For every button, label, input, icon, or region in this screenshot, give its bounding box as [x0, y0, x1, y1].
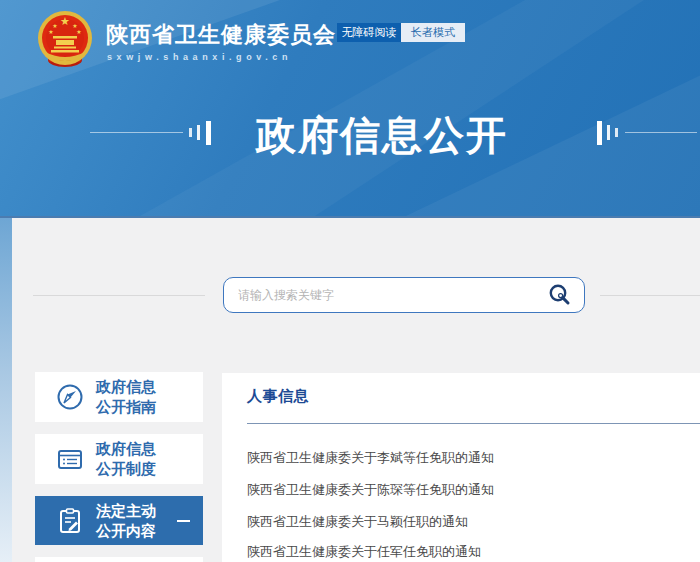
compass-icon — [55, 382, 85, 412]
book-icon — [55, 444, 85, 474]
search-input[interactable] — [238, 288, 548, 302]
collapse-dash-icon[interactable] — [177, 520, 190, 522]
sidebar-item-gov-info-system[interactable]: 政府信息 公开制度 — [35, 434, 203, 484]
page-title: 政府信息公开 — [256, 108, 508, 163]
sidebar-item-label: 政府信息 公开制度 — [96, 439, 156, 479]
site-domain: sxwjw.shaanxi.gov.cn — [107, 52, 292, 62]
accessibility-reading-button[interactable]: 无障碍阅读 — [337, 23, 401, 42]
content-card: 人事信息 陕西省卫生健康委关于李斌等任免职的通知 2 陕西省卫生健康委关于陈琛等… — [222, 373, 700, 562]
site-title: 陕西省卫生健康委员会 — [106, 20, 336, 50]
national-emblem-logo[interactable]: ★ ★ ★ ★ ★ — [33, 8, 97, 72]
article-list-item[interactable]: 陕西省卫生健康委关于任军任免职的通知 2 — [247, 542, 700, 562]
banner-deco-bars-left — [189, 128, 192, 137]
banner-deco-bars-right — [597, 121, 602, 145]
search-box — [223, 277, 585, 313]
section-title: 人事信息 — [247, 387, 309, 406]
elder-mode-button[interactable]: 长者模式 — [401, 23, 465, 42]
search-icon[interactable] — [548, 283, 572, 307]
article-list-item[interactable]: 陕西省卫生健康委关于陈琛等任免职的通知 2 — [247, 480, 700, 500]
main-panel: 政府信息 公开指南 政府信息 公开制度 — [12, 218, 700, 562]
sidebar-item-partial[interactable] — [35, 557, 203, 562]
page: ★ ★ ★ ★ ★ 陕西省卫生健康委员会 sxwjw.shaanxi.gov.c… — [0, 0, 700, 562]
banner-deco-bars-right — [607, 125, 610, 140]
svg-text:★: ★ — [48, 29, 53, 35]
top-buttons: 无障碍阅读 长者模式 — [337, 23, 465, 42]
banner-deco-line-right — [625, 132, 697, 133]
sidebar-nav: 政府信息 公开指南 政府信息 公开制度 — [35, 372, 203, 562]
section-title-rule — [247, 423, 700, 424]
article-title[interactable]: 陕西省卫生健康委关于马颖任职的通知 — [247, 513, 468, 531]
sidebar-item-label: 政府信息 公开指南 — [96, 377, 156, 417]
svg-text:★: ★ — [76, 29, 81, 35]
sidebar-item-statutory-disclosure[interactable]: 法定主动 公开内容 — [35, 496, 203, 545]
banner-deco-bars-left — [197, 125, 200, 140]
clipboard-icon — [55, 506, 85, 536]
article-list-item[interactable]: 陕西省卫生健康委关于马颖任职的通知 2 — [247, 512, 700, 532]
search-divider-right — [600, 295, 700, 296]
article-title[interactable]: 陕西省卫生健康委关于任军任免职的通知 — [247, 543, 481, 561]
left-gradient-strip — [0, 218, 12, 562]
sidebar-item-gov-info-guide[interactable]: 政府信息 公开指南 — [35, 372, 203, 422]
hero-banner: ★ ★ ★ ★ ★ 陕西省卫生健康委员会 sxwjw.shaanxi.gov.c… — [0, 0, 700, 218]
search-divider-left — [33, 295, 205, 296]
banner-deco-bars-left — [206, 121, 211, 145]
article-list-item[interactable]: 陕西省卫生健康委关于李斌等任免职的通知 2 — [247, 448, 700, 468]
article-title[interactable]: 陕西省卫生健康委关于李斌等任免职的通知 — [247, 449, 494, 467]
banner-deco-bars-right — [615, 128, 618, 137]
article-title[interactable]: 陕西省卫生健康委关于陈琛等任免职的通知 — [247, 481, 494, 499]
sidebar-item-label: 法定主动 公开内容 — [96, 501, 156, 541]
svg-text:★: ★ — [60, 15, 70, 27]
banner-title-row: 政府信息公开 — [0, 108, 700, 156]
banner-deco-line-left — [90, 132, 183, 133]
